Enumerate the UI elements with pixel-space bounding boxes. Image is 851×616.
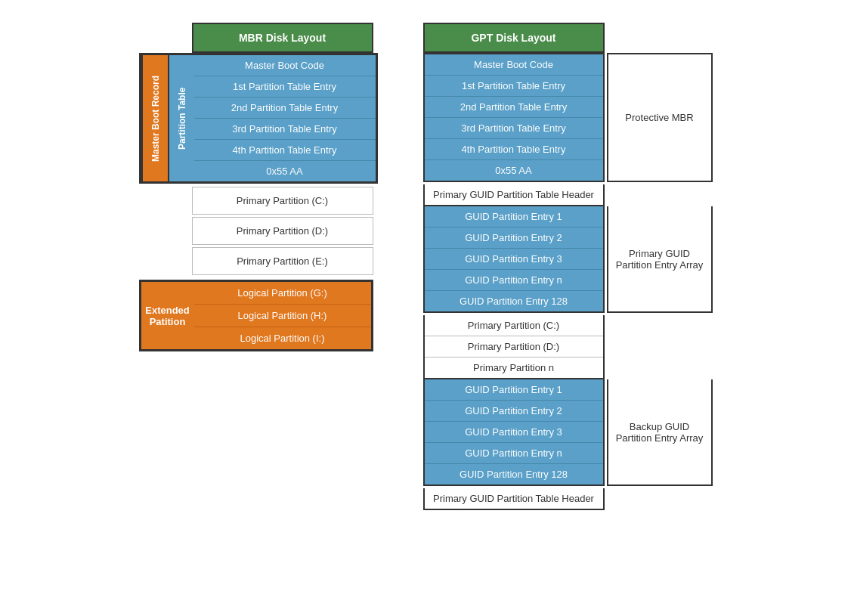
mbr-row-3rd-entry: 3rd Partition Table Entry [194,119,376,140]
gpt-diagram: GPT Disk Layout Master Boot Code 1st Par… [423,23,713,510]
gpt-protective-mbr-label: Protective MBR [607,53,713,182]
gpt-mbr-2nd-entry: 2nd Partition Table Entry [425,97,603,118]
gpt-primary-header: Primary GUID Partition Table Header [423,184,605,206]
mbr-partition-section: Primary Partition (C:) Primary Partition… [192,187,373,277]
gpt-primary-entry-1: GUID Partition Entry 1 [425,206,603,228]
gpt-data-partition-c: Primary Partition (C:) [425,315,603,336]
mbr-blue-rows: Master Boot Code 1st Partition Table Ent… [194,55,376,181]
gpt-backup-header: Primary GUID Partition Table Header [423,488,605,510]
mbr-extended-section: Extended Patition Logical Partition (G:)… [139,280,373,351]
gpt-mbr-signature: 0x55 AA [425,160,603,181]
mbr-row-2nd-entry: 2nd Partition Table Entry [194,98,376,119]
mbr-left-labels: Master Boot Record Partition Table [141,55,194,181]
mbr-row-1st-entry: 1st Partition Table Entry [194,76,376,98]
mbr-master-label: Master Boot Record [141,55,168,181]
mbr-extended-label: Extended Patition [141,282,194,349]
mbr-logical-rows: Logical Partition (G:) Logical Partition… [194,282,371,349]
gpt-protective-mbr-group: Master Boot Code 1st Partition Table Ent… [423,53,713,182]
mbr-title: MBR Disk Layout [192,23,373,53]
mbr-logical-i: Logical Partition (I:) [194,327,371,349]
gpt-protective-rows: Master Boot Code 1st Partition Table Ent… [423,53,605,182]
gpt-primary-entry-array-label: Primary GUID Partition Entry Array [607,206,713,313]
gpt-backup-entry-rows: GUID Partition Entry 1 GUID Partition En… [423,379,605,486]
gpt-primary-entry-group: GUID Partition Entry 1 GUID Partition En… [423,206,713,313]
gpt-backup-header-row: Primary GUID Partition Table Header [425,488,603,509]
gpt-title-row: GPT Disk Layout [423,23,605,53]
gpt-body: Master Boot Code 1st Partition Table Ent… [423,53,713,510]
mbr-title-row: MBR Disk Layout [192,23,373,53]
gpt-primary-entry-2: GUID Partition Entry 2 [425,228,603,249]
mbr-logical-g: Logical Partition (G:) [194,282,371,305]
gpt-mbr-3rd-entry: 3rd Partition Table Entry [425,118,603,139]
gpt-backup-entry-2: GUID Partition Entry 2 [425,401,603,422]
gpt-primary-header-row: Primary GUID Partition Table Header [425,184,603,205]
mbr-diagram: MBR Disk Layout Master Boot Record Parti… [139,23,378,351]
gpt-mbr-boot-code: Master Boot Code [425,54,603,76]
gpt-primary-entry-3: GUID Partition Entry 3 [425,249,603,270]
mbr-logical-h: Logical Partition (H:) [194,305,371,327]
gpt-primary-entry-n: GUID Partition Entry n [425,270,603,291]
mbr-partition-c: Primary Partition (C:) [192,187,373,215]
mbr-partition-d: Primary Partition (D:) [192,217,373,245]
gpt-primary-entry-rows: GUID Partition Entry 1 GUID Partition En… [423,206,605,313]
gpt-data-partitions: Primary Partition (C:) Primary Partition… [423,315,605,379]
gpt-mbr-1st-entry: 1st Partition Table Entry [425,76,603,97]
mbr-body: Master Boot Record Partition Table Maste… [139,53,378,184]
gpt-title: GPT Disk Layout [423,23,605,53]
gpt-mbr-4th-entry: 4th Partition Table Entry [425,139,603,160]
mbr-row-master-boot-code: Master Boot Code [194,55,376,76]
gpt-data-partition-d: Primary Partition (D:) [425,336,603,358]
gpt-backup-entry-128: GUID Partition Entry 128 [425,464,603,484]
mbr-partition-label: Partition Table [168,55,194,181]
gpt-primary-entry-128: GUID Partition Entry 128 [425,291,603,311]
mbr-row-4th-entry: 4th Partition Table Entry [194,140,376,161]
gpt-backup-entry-array-label: Backup GUID Partition Entry Array [607,379,713,486]
diagrams-container: MBR Disk Layout Master Boot Record Parti… [139,23,713,510]
gpt-backup-entry-n: GUID Partition Entry n [425,443,603,464]
gpt-backup-entry-1: GUID Partition Entry 1 [425,379,603,401]
gpt-backup-entry-group: GUID Partition Entry 1 GUID Partition En… [423,379,713,486]
gpt-backup-entry-3: GUID Partition Entry 3 [425,422,603,443]
gpt-data-partition-n: Primary Partition n [425,358,603,378]
mbr-row-signature: 0x55 AA [194,161,376,181]
mbr-partition-e: Primary Partition (E:) [192,247,373,275]
